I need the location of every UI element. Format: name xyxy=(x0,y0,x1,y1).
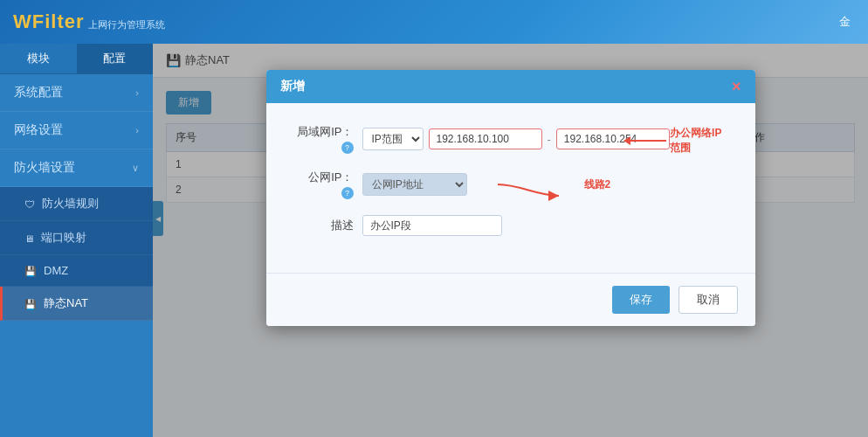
lan-ip-controls: IP范围 - xyxy=(362,128,670,150)
annotation-line2-text: 线路2 xyxy=(584,177,611,192)
header-user: 金 xyxy=(839,14,851,30)
form-row-desc: 描述 xyxy=(293,215,729,236)
shield-icon xyxy=(24,198,35,211)
dmz-icon xyxy=(24,264,37,277)
modal-close-button[interactable]: × xyxy=(732,79,741,94)
sidebar-item-port-mapping[interactable]: 端口映射 xyxy=(0,221,153,255)
sidebar-item-firewall-rules[interactable]: 防火墙规则 xyxy=(0,187,153,221)
annotation-line2: 线路2 xyxy=(493,171,611,198)
monitor-icon xyxy=(24,232,34,245)
modal-footer: 保存 取消 xyxy=(266,273,755,326)
main-content: 💾 静态NAT 新增 序号 局域网IP 公网IP 描述 操作 xyxy=(153,44,868,437)
annotation-office-ip-text: 办公网络IP范围 xyxy=(670,126,728,156)
logo: WFilter 上网行为管理系统 xyxy=(13,10,165,33)
lan-ip-type-select[interactable]: IP范围 xyxy=(362,128,424,150)
nat-icon xyxy=(24,297,37,310)
modal-overlay: 新增 × 局域网IP： ? IP范围 xyxy=(153,44,868,437)
lan-ip-end-input[interactable] xyxy=(556,128,670,149)
sidebar-item-dmz[interactable]: DMZ xyxy=(0,255,153,287)
public-ip-controls: 公网IP地址 xyxy=(362,173,467,196)
public-ip-select[interactable]: 公网IP地址 xyxy=(362,173,467,196)
modal-dialog: 新增 × 局域网IP： ? IP范围 xyxy=(266,70,755,326)
modal-body: 局域网IP： ? IP范围 - xyxy=(266,103,755,273)
lan-ip-start-input[interactable] xyxy=(429,128,542,149)
help-icon-lan[interactable]: ? xyxy=(341,142,354,154)
tab-module[interactable]: 模块 xyxy=(0,44,77,73)
curved-arrow-icon xyxy=(493,171,563,198)
sidebar-submenu: 防火墙规则 端口映射 DMZ 静态NAT xyxy=(0,187,153,321)
desc-input[interactable] xyxy=(362,215,502,236)
range-separator: - xyxy=(548,133,551,146)
sidebar-item-system-config[interactable]: 系统配置 › xyxy=(0,74,153,112)
modal-header: 新增 × xyxy=(266,70,755,103)
desc-label: 描述 xyxy=(293,218,362,233)
sidebar: 模块 配置 系统配置 › 网络设置 › 防火墙设置 ∨ 防火墙规则 端口映射 xyxy=(0,44,153,437)
tab-config[interactable]: 配置 xyxy=(77,44,154,73)
save-button[interactable]: 保存 xyxy=(612,286,670,314)
logo-sub: 上网行为管理系统 xyxy=(88,18,165,31)
layout: 模块 配置 系统配置 › 网络设置 › 防火墙设置 ∨ 防火墙规则 端口映射 xyxy=(0,44,868,437)
public-ip-label: 公网IP： ? xyxy=(293,170,362,199)
cancel-button[interactable]: 取消 xyxy=(679,286,738,314)
header: WFilter 上网行为管理系统 金 xyxy=(0,0,868,44)
sidebar-item-firewall-settings[interactable]: 防火墙设置 ∨ xyxy=(0,149,153,187)
form-row-public-ip: 公网IP： ? 公网IP地址 xyxy=(293,170,729,199)
help-icon-public[interactable]: ? xyxy=(341,187,354,199)
chevron-right-icon: › xyxy=(135,125,139,135)
chevron-down-icon: ∨ xyxy=(132,163,139,174)
lan-ip-label: 局域网IP： ? xyxy=(293,124,362,154)
logo-main: WFilter xyxy=(13,10,85,33)
modal-title: 新增 xyxy=(280,79,305,94)
sidebar-item-network-settings[interactable]: 网络设置 › xyxy=(0,112,153,149)
sidebar-item-static-nat[interactable]: 静态NAT xyxy=(0,287,153,321)
desc-controls xyxy=(362,215,502,236)
logo-w: W xyxy=(13,10,32,32)
form-row-lan-ip: 局域网IP： ? IP范围 - xyxy=(293,124,729,154)
sidebar-tabs: 模块 配置 xyxy=(0,44,153,74)
chevron-right-icon: › xyxy=(135,87,139,98)
